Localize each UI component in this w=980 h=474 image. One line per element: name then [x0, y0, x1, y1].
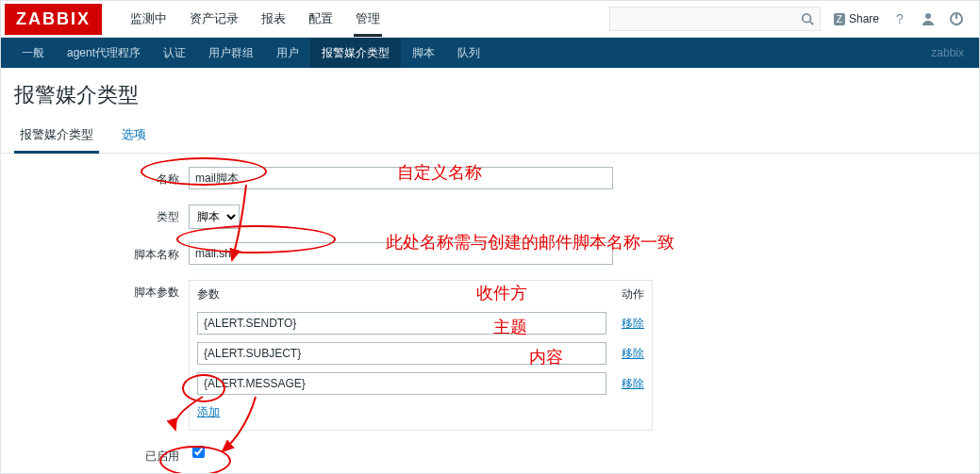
type-label: 类型 [14, 204, 189, 229]
svg-point-0 [803, 14, 811, 23]
subnav-proxies[interactable]: agent代理程序 [56, 38, 152, 68]
script-params-label: 脚本参数 [14, 280, 189, 304]
name-label: 名称 [14, 167, 189, 191]
subnav-usergroups[interactable]: 用户群组 [197, 38, 265, 68]
svg-line-1 [809, 22, 813, 25]
logout-icon[interactable] [949, 11, 964, 26]
param-input-2[interactable] [197, 372, 606, 395]
subnav-mediatypes[interactable]: 报警媒介类型 [310, 38, 401, 68]
topnav-reports[interactable]: 报表 [250, 1, 297, 37]
top-nav: 监测中 资产记录 报表 配置 管理 [119, 1, 391, 37]
subnav-general[interactable]: 一般 [10, 38, 56, 68]
topnav-config[interactable]: 配置 [297, 1, 344, 37]
params-col-action: 动作 [606, 286, 644, 302]
param-remove-1[interactable]: 移除 [622, 347, 644, 360]
script-name-field[interactable] [189, 242, 613, 265]
params-col-parameter: 参数 [197, 286, 606, 302]
enabled-label: 已启用 [14, 444, 189, 468]
param-add-link[interactable]: 添加 [197, 405, 220, 418]
subnav-scripts[interactable]: 脚本 [401, 38, 446, 68]
logo: ZABBIX [5, 4, 102, 35]
tab-options[interactable]: 选项 [116, 119, 152, 153]
param-row: 移除 [190, 338, 652, 368]
page-title: 报警媒介类型 [1, 68, 979, 119]
svg-point-3 [925, 13, 931, 19]
tab-media-type[interactable]: 报警媒介类型 [14, 119, 99, 154]
subnav-queue[interactable]: 队列 [446, 38, 491, 68]
name-field[interactable] [189, 167, 613, 189]
subnav-auth[interactable]: 认证 [152, 38, 197, 68]
sub-nav: 一般 agent代理程序 认证 用户群组 用户 报警媒介类型 脚本 队列 zab… [1, 38, 979, 68]
topnav-monitoring[interactable]: 监测中 [119, 1, 178, 37]
user-icon[interactable] [921, 11, 936, 26]
content-tabs: 报警媒介类型 选项 [1, 119, 979, 154]
script-name-label: 脚本名称 [14, 242, 189, 267]
param-input-1[interactable] [197, 342, 606, 365]
param-row: 移除 [190, 368, 652, 399]
type-select[interactable]: 脚本 [189, 204, 240, 229]
help-icon[interactable]: ? [892, 11, 907, 26]
param-input-0[interactable] [197, 312, 606, 335]
param-remove-0[interactable]: 移除 [622, 317, 644, 330]
param-row: 移除 [190, 308, 652, 338]
topnav-inventory[interactable]: 资产记录 [178, 1, 250, 37]
search-input[interactable] [609, 7, 821, 31]
param-remove-2[interactable]: 移除 [622, 377, 644, 390]
subnav-users[interactable]: 用户 [265, 38, 310, 68]
enabled-checkbox[interactable] [192, 446, 205, 458]
search-icon [801, 12, 814, 25]
topnav-admin[interactable]: 管理 [344, 1, 391, 37]
brand-label: zabbix [931, 46, 970, 59]
svg-text:?: ? [896, 11, 904, 26]
share-link[interactable]: ZShare [834, 12, 879, 25]
params-table: 参数 动作 移除 移除 移除 添加 [189, 280, 653, 431]
